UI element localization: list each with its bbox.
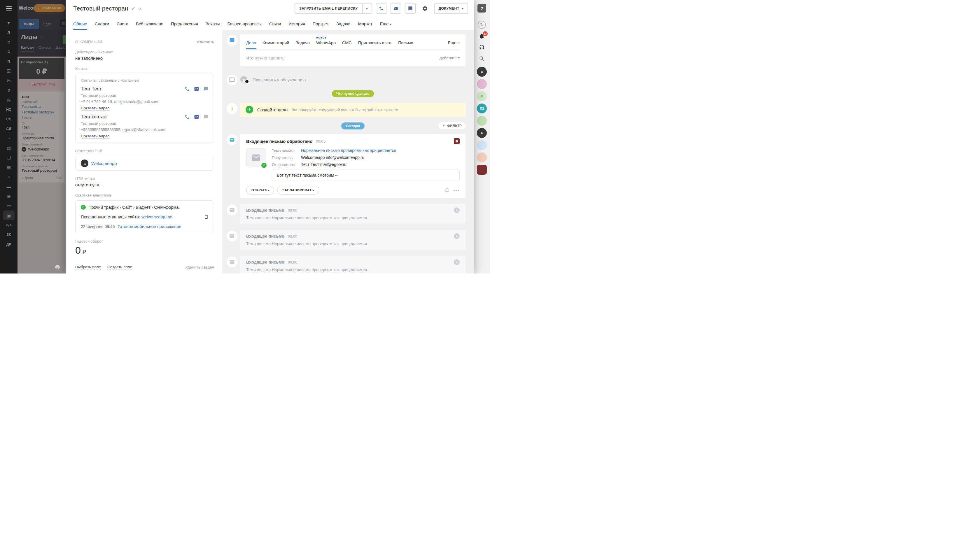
mail-history-row[interactable]: Входящее письмо 00:00 a Тема письма Норм… <box>240 230 466 250</box>
call-icon[interactable] <box>185 114 190 119</box>
mobile-app-link[interactable]: Готовое мобильное приложение <box>118 224 181 229</box>
mail-body-preview[interactable]: Вот тут текст письма смотрим -- <box>272 169 460 181</box>
tab-relations[interactable]: Связи <box>269 22 281 30</box>
tab-orders[interactable]: Заказы <box>205 22 220 30</box>
load-email-button[interactable]: ЗАГРУЗИТЬ EMAIL ПЕРЕПИСКУ ▾ <box>294 3 372 14</box>
headset-icon[interactable] <box>479 44 485 51</box>
print-icon[interactable] <box>54 264 60 270</box>
p2-avatar[interactable]: П2 <box>477 103 487 113</box>
panel-icon[interactable]: ▤ <box>0 143 18 153</box>
support-icon[interactable]: ↻ <box>478 21 486 29</box>
more-options-icon[interactable]: ••• <box>453 188 460 193</box>
tab-all-included[interactable]: Всё включено <box>136 22 163 30</box>
avatar[interactable] <box>477 153 487 162</box>
copy-link-icon[interactable] <box>138 6 143 11</box>
mail-icon[interactable] <box>194 86 199 92</box>
code-icon[interactable]: </> <box>0 220 18 230</box>
contact-name[interactable]: Тест контакт <box>81 114 185 119</box>
feed-tab-letter[interactable]: Письмо <box>398 41 413 49</box>
chat-icon[interactable]: ❏ <box>0 153 18 162</box>
target-icon[interactable]: ◎ <box>0 95 18 105</box>
document-icon[interactable]: ≡ <box>0 172 18 182</box>
tab-invoices[interactable]: Счета <box>117 22 128 30</box>
avatar[interactable] <box>477 116 487 126</box>
menu-icon[interactable] <box>6 5 12 12</box>
sidebar-item-sd[interactable]: СД <box>0 124 18 134</box>
edit-pencil-icon[interactable] <box>131 6 135 11</box>
mail-history-row[interactable]: Входящее письмо 00:00 a Тема письма Норм… <box>240 256 466 274</box>
create-task-banner[interactable]: + Создайте дело Запланируйте следующий ш… <box>240 103 466 117</box>
help-button[interactable]: ? <box>477 4 486 13</box>
sidebar-item-l[interactable]: Л <box>0 28 18 37</box>
chat-button[interactable] <box>405 3 415 14</box>
tab-more[interactable]: Еще ▾ <box>380 22 391 30</box>
responsible-user-link[interactable]: Welcomeapp <box>91 161 117 166</box>
mail-icon[interactable] <box>194 114 199 119</box>
choose-field-link[interactable]: Выбрать поле <box>75 265 101 269</box>
feed-tab-whatsapp[interactable]: НОВОЕ WhatsApp <box>316 41 336 49</box>
feed-tab-todo[interactable]: Задача <box>296 41 310 49</box>
task-input[interactable] <box>246 56 436 60</box>
feed-tab-sms[interactable]: СМС <box>342 41 352 49</box>
calendar-icon[interactable]: ▦ <box>0 162 18 172</box>
tab-offers[interactable]: Предложения <box>171 22 198 30</box>
app-icon[interactable] <box>477 165 487 175</box>
add-icon[interactable]: + <box>246 106 253 113</box>
actions-dropdown[interactable]: действия▾ <box>439 56 460 60</box>
app-avatar[interactable]: a <box>477 128 487 138</box>
tab-portrait[interactable]: Портрет <box>313 22 329 30</box>
feed-tab-comment[interactable]: Комментарий <box>262 41 289 49</box>
users-icon[interactable]: ◉ <box>0 191 18 201</box>
chat-icon[interactable] <box>203 86 208 92</box>
sidebar-item-ss[interactable]: СС <box>0 114 18 124</box>
feed-tab-task[interactable]: Дело <box>246 41 256 49</box>
sidebar-item-p[interactable]: П <box>0 57 18 66</box>
document-button[interactable]: ДОКУМЕНТ ▾ <box>434 3 468 14</box>
open-mail-button[interactable]: ОТКРЫТЬ <box>246 186 274 194</box>
turnover-value[interactable]: 0 <box>75 245 81 256</box>
tab-general[interactable]: Общие <box>73 22 87 30</box>
tab-market[interactable]: Маркет <box>358 22 372 30</box>
call-button[interactable] <box>376 3 387 14</box>
id-card-icon[interactable]: ▭ <box>0 201 18 210</box>
call-icon[interactable] <box>185 86 190 92</box>
filter-button[interactable]: ФИЛЬТР <box>438 122 466 129</box>
inbox-icon[interactable]: ▬ <box>0 182 18 191</box>
show-address-link[interactable]: Показать адрес <box>81 106 110 111</box>
feed-tab-invite-chat[interactable]: Пригласить в чат <box>358 41 392 49</box>
delete-section-link[interactable]: Удалить раздел <box>185 265 214 269</box>
bookmark-icon[interactable] <box>445 188 449 192</box>
visited-site-link[interactable]: welcomeapp.me <box>142 215 172 219</box>
sidebar-item-dr[interactable]: ДР <box>0 239 18 249</box>
tab-tasks[interactable]: Задачи <box>336 22 351 30</box>
notes-app-icon[interactable]: ▤ <box>477 91 487 101</box>
chat-icon[interactable] <box>203 114 208 119</box>
tab-deals[interactable]: Сделки <box>95 22 109 30</box>
sidebar-item-z[interactable]: З <box>0 86 18 95</box>
search-icon[interactable] <box>479 56 485 62</box>
gear-icon[interactable] <box>420 3 430 14</box>
contact-name[interactable]: Тест Тест <box>81 86 185 92</box>
client-field-value[interactable]: не заполнено <box>75 56 214 60</box>
app-avatar[interactable]: a <box>477 67 487 77</box>
mail-subject-link[interactable]: Нормальное письмо проверяем как прицепля… <box>301 148 396 153</box>
mail-history-row[interactable]: Входящее письмо 00:00 a Тема письма Норм… <box>240 204 466 224</box>
tasks-icon[interactable]: ☑ <box>0 66 18 76</box>
tab-history[interactable]: История <box>289 22 305 30</box>
sidebar-item-ns[interactable]: НС <box>0 105 18 114</box>
email-button[interactable] <box>391 3 401 14</box>
sidebar-item-s2[interactable]: С <box>0 47 18 57</box>
avatar[interactable] <box>477 79 487 89</box>
sidebar-item-s1[interactable]: С <box>0 37 18 47</box>
mail-icon[interactable]: ✉ <box>0 76 18 86</box>
pie-chart-icon[interactable]: ◔ <box>0 134 18 143</box>
chevron-down-icon[interactable]: ▾ <box>362 3 372 13</box>
funnel-icon[interactable]: ▼ <box>0 18 18 28</box>
tab-business-processes[interactable]: Бизнес-процессы <box>227 22 262 30</box>
create-field-link[interactable]: Создать поле <box>107 265 132 269</box>
sidebar-item-zk[interactable]: ЗК <box>0 230 18 239</box>
chat-app-icon[interactable] <box>477 140 487 150</box>
smartphone-icon[interactable] <box>204 215 208 219</box>
bell-icon[interactable]: 27 <box>479 33 485 39</box>
invite-to-discussion[interactable]: Пригласить к обсуждению <box>253 77 305 82</box>
